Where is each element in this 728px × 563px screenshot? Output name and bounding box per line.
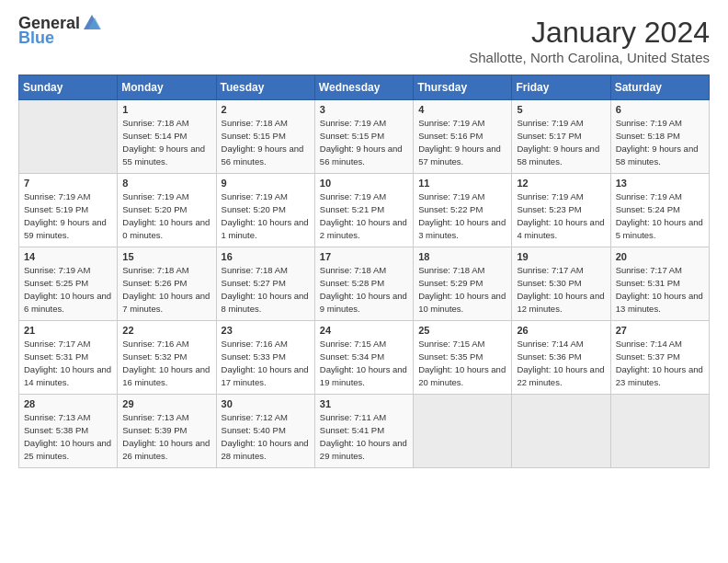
day-info: Sunrise: 7:12 AMSunset: 5:40 PMDaylight:…	[222, 411, 310, 462]
calendar-cell: 17Sunrise: 7:18 AMSunset: 5:28 PMDayligh…	[314, 247, 413, 321]
page-header: General Blue January 2024 Shallotte, Nor…	[18, 15, 710, 65]
calendar-cell: 13Sunrise: 7:19 AMSunset: 5:24 PMDayligh…	[610, 174, 709, 247]
calendar-cell: 22Sunrise: 7:16 AMSunset: 5:32 PMDayligh…	[118, 321, 216, 395]
day-number: 18	[418, 251, 506, 262]
day-info: Sunrise: 7:18 AMSunset: 5:14 PMDaylight:…	[122, 117, 210, 167]
calendar-cell: 16Sunrise: 7:18 AMSunset: 5:27 PMDayligh…	[216, 247, 314, 321]
calendar-cell: 2Sunrise: 7:18 AMSunset: 5:15 PMDaylight…	[216, 100, 314, 174]
day-info: Sunrise: 7:18 AMSunset: 5:26 PMDaylight:…	[122, 264, 210, 315]
month-title: January 2024	[469, 15, 710, 50]
day-number: 10	[320, 178, 408, 189]
day-number: 8	[122, 178, 210, 189]
day-number: 15	[122, 251, 210, 262]
calendar-cell: 21Sunrise: 7:17 AMSunset: 5:31 PMDayligh…	[19, 321, 118, 395]
day-info: Sunrise: 7:19 AMSunset: 5:22 PMDaylight:…	[418, 190, 506, 241]
day-info: Sunrise: 7:14 AMSunset: 5:37 PMDaylight:…	[616, 338, 704, 388]
day-info: Sunrise: 7:19 AMSunset: 5:25 PMDaylight:…	[24, 264, 112, 315]
calendar-cell: 10Sunrise: 7:19 AMSunset: 5:21 PMDayligh…	[314, 174, 413, 247]
day-number: 26	[517, 325, 605, 336]
location-title: Shallotte, North Carolina, United States	[469, 50, 710, 65]
calendar-cell	[19, 100, 118, 174]
day-number: 6	[616, 104, 704, 115]
day-number: 31	[320, 398, 408, 409]
day-number: 22	[122, 325, 210, 336]
day-info: Sunrise: 7:17 AMSunset: 5:31 PMDaylight:…	[616, 264, 704, 315]
day-number: 1	[122, 104, 210, 115]
calendar-cell: 7Sunrise: 7:19 AMSunset: 5:19 PMDaylight…	[19, 174, 118, 247]
day-number: 11	[418, 178, 506, 189]
calendar-cell: 25Sunrise: 7:15 AMSunset: 5:35 PMDayligh…	[414, 321, 512, 395]
day-info: Sunrise: 7:15 AMSunset: 5:34 PMDaylight:…	[320, 338, 408, 388]
calendar-cell: 20Sunrise: 7:17 AMSunset: 5:31 PMDayligh…	[610, 247, 709, 321]
day-number: 16	[222, 251, 310, 262]
day-info: Sunrise: 7:18 AMSunset: 5:15 PMDaylight:…	[222, 117, 310, 167]
calendar-cell: 6Sunrise: 7:19 AMSunset: 5:18 PMDaylight…	[610, 100, 709, 174]
day-number: 12	[517, 178, 605, 189]
calendar-week-row: 14Sunrise: 7:19 AMSunset: 5:25 PMDayligh…	[19, 247, 710, 321]
day-number: 20	[616, 251, 704, 262]
day-number: 5	[517, 104, 605, 115]
calendar-cell: 4Sunrise: 7:19 AMSunset: 5:16 PMDaylight…	[414, 100, 512, 174]
calendar-week-row: 21Sunrise: 7:17 AMSunset: 5:31 PMDayligh…	[19, 321, 710, 395]
day-info: Sunrise: 7:13 AMSunset: 5:39 PMDaylight:…	[122, 411, 210, 462]
day-number: 27	[616, 325, 704, 336]
day-number: 7	[24, 178, 112, 189]
calendar-week-row: 28Sunrise: 7:13 AMSunset: 5:38 PMDayligh…	[19, 395, 710, 468]
logo: General Blue	[18, 15, 102, 48]
day-info: Sunrise: 7:19 AMSunset: 5:16 PMDaylight:…	[418, 117, 506, 167]
calendar-cell	[414, 395, 512, 468]
day-number: 19	[517, 251, 605, 262]
day-info: Sunrise: 7:19 AMSunset: 5:17 PMDaylight:…	[517, 117, 605, 167]
day-info: Sunrise: 7:16 AMSunset: 5:33 PMDaylight:…	[222, 338, 310, 388]
calendar-cell: 5Sunrise: 7:19 AMSunset: 5:17 PMDaylight…	[512, 100, 610, 174]
calendar-cell: 26Sunrise: 7:14 AMSunset: 5:36 PMDayligh…	[512, 321, 610, 395]
column-header-wednesday: Wednesday	[314, 75, 413, 100]
calendar-cell: 8Sunrise: 7:19 AMSunset: 5:20 PMDaylight…	[118, 174, 216, 247]
calendar-cell: 29Sunrise: 7:13 AMSunset: 5:39 PMDayligh…	[118, 395, 216, 468]
day-number: 25	[418, 325, 506, 336]
logo-icon	[82, 13, 102, 33]
column-header-tuesday: Tuesday	[216, 75, 314, 100]
calendar-cell: 15Sunrise: 7:18 AMSunset: 5:26 PMDayligh…	[118, 247, 216, 321]
column-header-sunday: Sunday	[19, 75, 118, 100]
day-info: Sunrise: 7:16 AMSunset: 5:32 PMDaylight:…	[122, 338, 210, 388]
day-info: Sunrise: 7:19 AMSunset: 5:20 PMDaylight:…	[222, 190, 310, 241]
title-block: January 2024 Shallotte, North Carolina, …	[469, 15, 710, 65]
day-number: 29	[122, 398, 210, 409]
calendar-cell: 1Sunrise: 7:18 AMSunset: 5:14 PMDaylight…	[118, 100, 216, 174]
day-number: 30	[222, 398, 310, 409]
column-header-thursday: Thursday	[414, 75, 512, 100]
calendar-cell: 28Sunrise: 7:13 AMSunset: 5:38 PMDayligh…	[19, 395, 118, 468]
day-info: Sunrise: 7:19 AMSunset: 5:21 PMDaylight:…	[320, 190, 408, 241]
day-number: 2	[222, 104, 310, 115]
day-info: Sunrise: 7:19 AMSunset: 5:20 PMDaylight:…	[122, 190, 210, 241]
day-info: Sunrise: 7:19 AMSunset: 5:15 PMDaylight:…	[320, 117, 408, 167]
day-info: Sunrise: 7:18 AMSunset: 5:27 PMDaylight:…	[222, 264, 310, 315]
day-info: Sunrise: 7:14 AMSunset: 5:36 PMDaylight:…	[517, 338, 605, 388]
calendar-header-row: SundayMondayTuesdayWednesdayThursdayFrid…	[19, 75, 710, 100]
day-number: 4	[418, 104, 506, 115]
calendar-cell: 14Sunrise: 7:19 AMSunset: 5:25 PMDayligh…	[19, 247, 118, 321]
calendar-cell: 19Sunrise: 7:17 AMSunset: 5:30 PMDayligh…	[512, 247, 610, 321]
calendar-cell	[512, 395, 610, 468]
calendar-cell: 31Sunrise: 7:11 AMSunset: 5:41 PMDayligh…	[314, 395, 413, 468]
day-number: 23	[222, 325, 310, 336]
day-info: Sunrise: 7:11 AMSunset: 5:41 PMDaylight:…	[320, 411, 408, 462]
calendar-cell: 18Sunrise: 7:18 AMSunset: 5:29 PMDayligh…	[414, 247, 512, 321]
day-info: Sunrise: 7:19 AMSunset: 5:23 PMDaylight:…	[517, 190, 605, 241]
day-number: 21	[24, 325, 112, 336]
calendar-cell: 24Sunrise: 7:15 AMSunset: 5:34 PMDayligh…	[314, 321, 413, 395]
calendar-week-row: 7Sunrise: 7:19 AMSunset: 5:19 PMDaylight…	[19, 174, 710, 247]
calendar-cell: 27Sunrise: 7:14 AMSunset: 5:37 PMDayligh…	[610, 321, 709, 395]
day-info: Sunrise: 7:19 AMSunset: 5:24 PMDaylight:…	[616, 190, 704, 241]
calendar-cell	[610, 395, 709, 468]
calendar-cell: 12Sunrise: 7:19 AMSunset: 5:23 PMDayligh…	[512, 174, 610, 247]
calendar-cell: 30Sunrise: 7:12 AMSunset: 5:40 PMDayligh…	[216, 395, 314, 468]
day-info: Sunrise: 7:19 AMSunset: 5:18 PMDaylight:…	[616, 117, 704, 167]
calendar-cell: 23Sunrise: 7:16 AMSunset: 5:33 PMDayligh…	[216, 321, 314, 395]
calendar-table: SundayMondayTuesdayWednesdayThursdayFrid…	[18, 75, 710, 468]
day-number: 9	[222, 178, 310, 189]
day-info: Sunrise: 7:15 AMSunset: 5:35 PMDaylight:…	[418, 338, 506, 388]
day-number: 17	[320, 251, 408, 262]
logo-blue: Blue	[18, 29, 54, 48]
